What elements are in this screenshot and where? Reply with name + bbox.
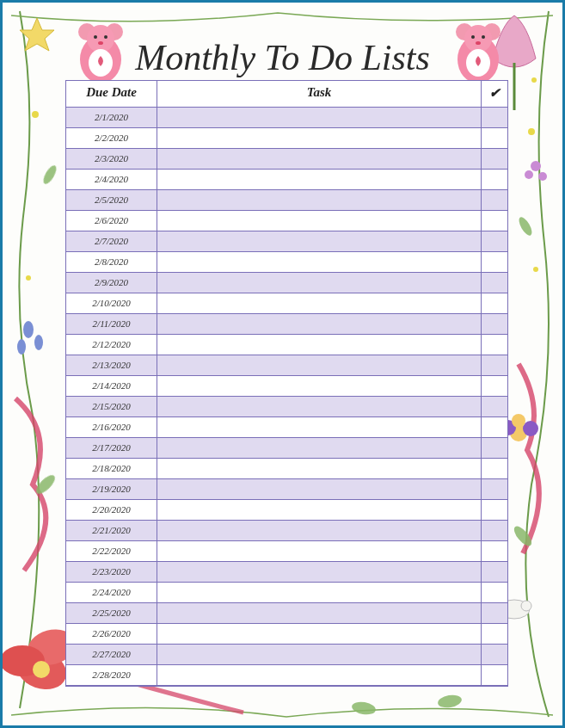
table-row: 2/4/2020 (66, 170, 507, 190)
cell-task[interactable] (157, 624, 482, 644)
cell-task[interactable] (157, 335, 482, 355)
cell-task[interactable] (157, 541, 482, 561)
table-row: 2/7/2020 (66, 231, 507, 252)
cell-task[interactable] (157, 438, 482, 458)
svg-point-26 (437, 694, 463, 710)
cell-check[interactable] (482, 479, 507, 499)
cell-task[interactable] (157, 665, 482, 685)
cell-check[interactable] (482, 541, 507, 561)
cell-task[interactable] (157, 500, 482, 520)
table-row: 2/1/2020 (66, 108, 507, 128)
table-row: 2/22/2020 (66, 541, 507, 562)
cell-check[interactable] (482, 231, 507, 251)
cell-due-date: 2/10/2020 (66, 293, 157, 313)
cell-check[interactable] (482, 149, 507, 169)
cell-due-date: 2/8/2020 (66, 252, 157, 272)
table-row: 2/9/2020 (66, 273, 507, 293)
cell-task[interactable] (157, 459, 482, 478)
svg-point-1 (528, 128, 535, 135)
table-row: 2/10/2020 (66, 293, 507, 314)
cell-task[interactable] (157, 108, 482, 127)
header-check-icon: ✔ (482, 81, 507, 107)
cell-check[interactable] (482, 355, 507, 375)
cell-task[interactable] (157, 521, 482, 540)
cell-task[interactable] (157, 314, 482, 334)
svg-point-5 (531, 161, 541, 171)
cell-due-date: 2/19/2020 (66, 479, 157, 499)
cell-check[interactable] (482, 521, 507, 540)
cell-task[interactable] (157, 190, 482, 210)
cell-check[interactable] (482, 376, 507, 396)
cell-check[interactable] (482, 293, 507, 313)
svg-point-15 (10, 643, 71, 696)
cell-check[interactable] (482, 397, 507, 416)
cell-due-date: 2/28/2020 (66, 665, 157, 685)
cell-due-date: 2/5/2020 (66, 190, 157, 210)
cell-due-date: 2/25/2020 (66, 603, 157, 623)
table-row: 2/13/2020 (66, 355, 507, 376)
cell-task[interactable] (157, 293, 482, 313)
table-body: 2/1/20202/2/20202/3/20202/4/20202/5/2020… (66, 108, 507, 686)
cell-check[interactable] (482, 665, 507, 685)
cell-task[interactable] (157, 128, 482, 148)
svg-point-10 (17, 339, 26, 355)
cell-task[interactable] (157, 170, 482, 189)
cell-check[interactable] (482, 624, 507, 644)
table-row: 2/28/2020 (66, 665, 507, 686)
cell-task[interactable] (157, 231, 482, 251)
table-row: 2/25/2020 (66, 603, 507, 624)
cell-task[interactable] (157, 417, 482, 437)
table-row: 2/17/2020 (66, 438, 507, 459)
cell-task[interactable] (157, 149, 482, 169)
table-row: 2/15/2020 (66, 397, 507, 417)
cell-due-date: 2/13/2020 (66, 355, 157, 375)
cell-check[interactable] (482, 417, 507, 437)
cell-check[interactable] (482, 252, 507, 272)
cell-task[interactable] (157, 273, 482, 293)
cell-task[interactable] (157, 355, 482, 375)
svg-point-6 (525, 170, 533, 179)
cell-check[interactable] (482, 562, 507, 582)
cell-check[interactable] (482, 583, 507, 602)
table-row: 2/18/2020 (66, 459, 507, 479)
table-row: 2/23/2020 (66, 562, 507, 583)
cell-due-date: 2/22/2020 (66, 541, 157, 561)
cell-due-date: 2/4/2020 (66, 170, 157, 189)
cell-task[interactable] (157, 376, 482, 396)
svg-point-2 (533, 267, 538, 272)
cell-due-date: 2/3/2020 (66, 149, 157, 169)
cell-check[interactable] (482, 438, 507, 458)
cell-task[interactable] (157, 645, 482, 664)
cell-check[interactable] (482, 459, 507, 478)
cell-check[interactable] (482, 170, 507, 189)
cell-task[interactable] (157, 479, 482, 499)
cell-check[interactable] (482, 273, 507, 293)
cell-check[interactable] (482, 603, 507, 623)
cell-task[interactable] (157, 562, 482, 582)
cell-due-date: 2/7/2020 (66, 231, 157, 251)
svg-point-23 (34, 472, 58, 497)
cell-check[interactable] (482, 128, 507, 148)
table-row: 2/6/2020 (66, 211, 507, 231)
table-row: 2/27/2020 (66, 645, 507, 665)
cell-check[interactable] (482, 211, 507, 231)
svg-point-20 (521, 601, 531, 611)
cell-check[interactable] (482, 108, 507, 127)
cell-task[interactable] (157, 252, 482, 272)
cell-task[interactable] (157, 397, 482, 416)
cell-check[interactable] (482, 314, 507, 334)
cell-due-date: 2/23/2020 (66, 562, 157, 582)
cell-check[interactable] (482, 190, 507, 210)
cell-task[interactable] (157, 583, 482, 602)
cell-due-date: 2/15/2020 (66, 397, 157, 416)
table-row: 2/16/2020 (66, 417, 507, 438)
cell-check[interactable] (482, 645, 507, 664)
table-row: 2/26/2020 (66, 624, 507, 645)
table-row: 2/12/2020 (66, 335, 507, 355)
page-title: Monthly To Do Lists (3, 37, 562, 78)
cell-check[interactable] (482, 500, 507, 520)
cell-check[interactable] (482, 335, 507, 355)
cell-due-date: 2/12/2020 (66, 335, 157, 355)
cell-task[interactable] (157, 211, 482, 231)
cell-task[interactable] (157, 603, 482, 623)
